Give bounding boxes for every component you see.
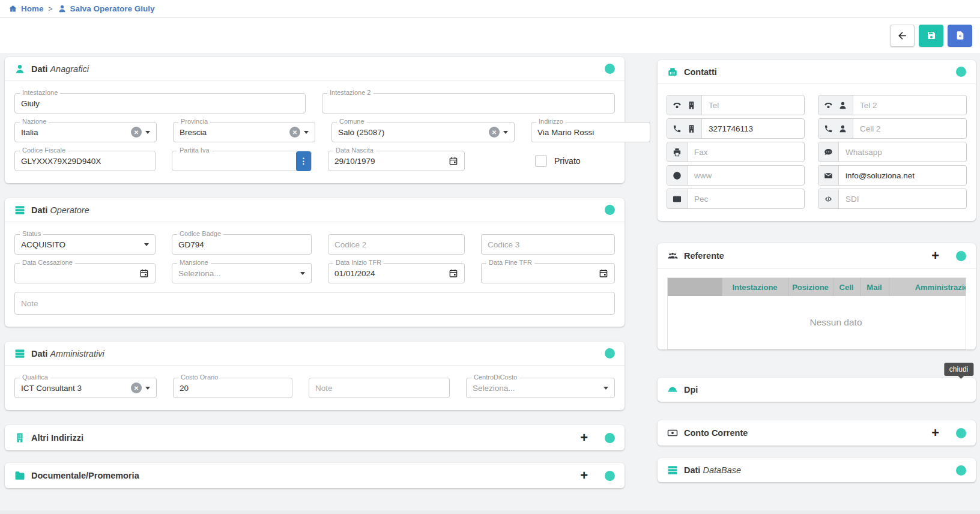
operatore-note-field — [14, 292, 615, 315]
partita-iva-field: Partita Iva ⋮ — [172, 151, 312, 171]
hard-hat-icon — [667, 384, 678, 395]
section-title: DatiDataBase — [684, 465, 741, 475]
card-dati-amministrativi: DatiAmministrativi Qualifica ✕ Costo Ora… — [5, 342, 625, 410]
data-inizio-tfr-input[interactable] — [334, 269, 445, 278]
col-amministrazione[interactable]: Amministrazione — [889, 278, 966, 296]
whatsapp-input[interactable] — [839, 142, 966, 162]
section-title: Dpi — [684, 385, 698, 395]
chevron-down-icon[interactable] — [603, 387, 608, 390]
section-status-dot[interactable] — [956, 251, 966, 261]
calendar-icon[interactable] — [449, 156, 458, 166]
data-fine-tfr-input[interactable] — [488, 269, 595, 278]
mansione-input[interactable] — [178, 269, 297, 278]
breadcrumb-current-link[interactable]: Salva Operatore Giuly — [58, 4, 155, 13]
person-icon — [14, 64, 25, 74]
calendar-icon[interactable] — [449, 268, 458, 278]
save-document-button[interactable] — [948, 25, 972, 47]
fax-input[interactable] — [688, 142, 804, 162]
database-stack-icon — [667, 465, 678, 476]
comune-input[interactable] — [338, 128, 485, 137]
save-button[interactable] — [919, 25, 943, 47]
intestazione2-input[interactable] — [328, 99, 608, 108]
referente-table-wrapper: Intestazione Posizione Cell Mail Amminis… — [667, 277, 966, 349]
status-input[interactable] — [21, 240, 141, 249]
section-status-dot[interactable] — [605, 348, 615, 358]
tooltip: chiudi — [944, 363, 973, 376]
tel-input[interactable] — [702, 95, 804, 115]
chevron-down-icon[interactable] — [503, 131, 508, 134]
nazione-field: Nazione ✕ — [14, 122, 157, 142]
intestazione-input[interactable] — [21, 99, 299, 108]
section-status-dot[interactable] — [956, 67, 966, 77]
calendar-icon[interactable] — [599, 268, 608, 278]
tel2-prefix — [818, 95, 853, 115]
right-column: Contatti — [658, 57, 976, 514]
privato-checkbox[interactable] — [535, 155, 547, 167]
clear-icon[interactable]: ✕ — [131, 127, 142, 138]
tel2-input[interactable] — [853, 95, 966, 115]
chevron-down-icon[interactable] — [144, 243, 149, 246]
title-bold: Dati — [684, 465, 700, 475]
codice2-input[interactable] — [334, 240, 458, 249]
section-status-dot[interactable] — [605, 471, 615, 481]
indirizzo-input[interactable] — [537, 128, 644, 137]
col-mail[interactable]: Mail — [860, 278, 889, 296]
data-inizio-tfr-field: Data Inizio TFR — [328, 263, 465, 283]
costo-orario-input[interactable] — [180, 384, 286, 393]
section-status-dot[interactable] — [605, 433, 615, 443]
chevron-down-icon[interactable] — [145, 131, 150, 134]
card-dati-database: DatiDataBase — [658, 458, 976, 482]
home-icon — [8, 4, 17, 13]
col-cell[interactable]: Cell — [833, 278, 860, 296]
section-status-dot[interactable] — [605, 205, 615, 215]
codice-fiscale-input[interactable] — [21, 157, 149, 166]
chevron-down-icon[interactable] — [145, 387, 150, 390]
section-status-dot[interactable] — [956, 465, 966, 476]
operatore-note-input[interactable] — [21, 299, 608, 308]
col-posizione[interactable]: Posizione — [788, 278, 833, 296]
add-conto-button[interactable]: + — [930, 426, 940, 440]
codice-badge-input[interactable] — [178, 240, 305, 249]
title-italic: Anagrafici — [50, 64, 88, 74]
add-indirizzo-button[interactable]: + — [579, 431, 589, 444]
chat-bubble-icon — [824, 148, 833, 157]
clear-icon[interactable]: ✕ — [289, 127, 300, 138]
mansione-label: Mansione — [177, 259, 211, 266]
cell2-input[interactable] — [853, 119, 966, 138]
codice3-input[interactable] — [488, 240, 608, 249]
col-intestazione[interactable]: Intestazione — [722, 278, 788, 296]
centro-di-costo-input[interactable] — [473, 384, 600, 393]
clear-icon[interactable]: ✕ — [131, 382, 142, 393]
sdi-input[interactable] — [839, 189, 966, 208]
www-input[interactable] — [688, 166, 804, 185]
pec-input[interactable] — [688, 189, 804, 208]
clear-icon[interactable]: ✕ — [489, 127, 500, 138]
breadcrumb-home-link[interactable]: Home — [8, 4, 44, 13]
costo-orario-field: Costo Orario — [173, 378, 292, 398]
chevron-down-icon[interactable] — [304, 131, 309, 134]
add-referente-button[interactable]: + — [930, 249, 940, 262]
data-cessazione-input[interactable] — [21, 269, 136, 278]
nazione-input[interactable] — [21, 128, 127, 137]
data-nascita-input[interactable] — [334, 157, 445, 166]
cell-input[interactable] — [702, 119, 804, 138]
intestazione2-label: Intestazione 2 — [327, 89, 374, 96]
qualifica-input[interactable] — [21, 384, 127, 393]
amministrativi-note-input[interactable] — [315, 384, 443, 393]
provincia-input[interactable] — [180, 128, 286, 137]
add-documento-button[interactable]: + — [579, 469, 589, 482]
section-status-dot[interactable] — [956, 428, 966, 438]
chevron-down-icon[interactable] — [300, 272, 305, 275]
group-icon — [667, 250, 678, 261]
back-button[interactable] — [890, 25, 915, 47]
centro-di-costo-label: CentroDiCosto — [471, 373, 519, 381]
section-status-dot[interactable] — [605, 64, 615, 74]
person-icon — [838, 101, 847, 110]
partita-iva-input[interactable] — [178, 157, 292, 166]
qualifica-label: Qualifica — [20, 373, 50, 381]
email-input[interactable] — [839, 166, 966, 185]
partita-iva-lookup-button[interactable]: ⋮ — [296, 151, 311, 171]
card-documentale: Documentale/Promemoria + — [5, 463, 625, 488]
calendar-icon[interactable] — [139, 268, 149, 278]
email-prefix — [818, 166, 839, 185]
